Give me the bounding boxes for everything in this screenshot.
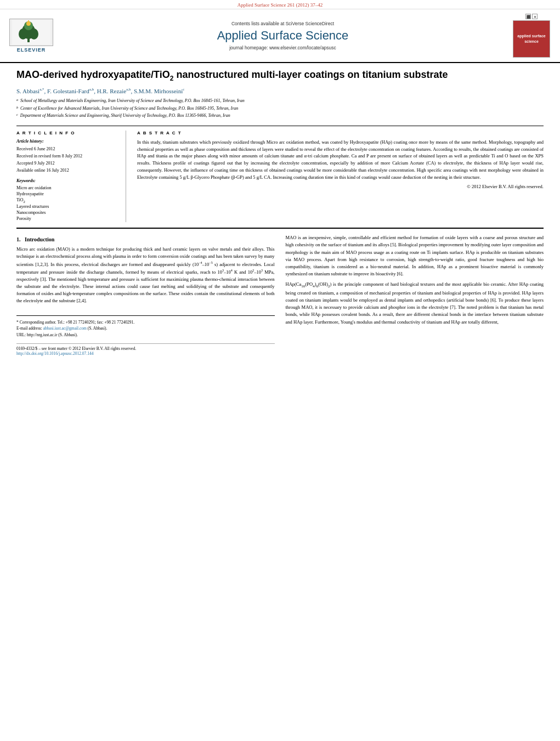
- divider-2: [16, 228, 544, 229]
- section-number: 1.: [16, 236, 21, 242]
- journal-ref-text: Applied Surface Science 261 (2012) 37–42: [237, 2, 323, 8]
- section-title-text: Introduction: [25, 236, 54, 242]
- affil-c-text: Department of Materials Science and Engi…: [20, 112, 230, 120]
- homepage-line: journal homepage: www.elsevier.com/locat…: [61, 45, 504, 50]
- keyword-2: Hydroxyapatite: [16, 191, 117, 196]
- issn-line: 0169-4332/$ – see front matter © 2012 El…: [16, 343, 275, 356]
- affiliations: a School of Metallurgy and Materials Eng…: [16, 98, 544, 120]
- journal-cover-logo: ⬛ ✕ applied surface science: [510, 14, 553, 58]
- journal-header: ELSEVIER Contents lists available at Sci…: [0, 9, 560, 63]
- history-label: Article history:: [16, 139, 117, 144]
- journal-cover-image: applied surface science: [513, 20, 550, 58]
- footnote-area: * Corresponding author. Tel.: +98 21 772…: [16, 315, 275, 338]
- authors-line: S. Abbasia,*, F. Golestani-Farda,b, H.R.…: [16, 87, 544, 94]
- affil-b-text: Center of Excellence for Advanced Materi…: [20, 105, 238, 113]
- contents-text: Contents lists available at SciVerse Sci…: [231, 21, 334, 26]
- corner-icon-1: ⬛: [525, 14, 531, 19]
- corner-icon-2: ✕: [532, 14, 538, 19]
- article-info-heading: A R T I C L E I N F O: [16, 131, 117, 135]
- affil-a-text: School of Metallurgy and Materials Engin…: [20, 98, 245, 105]
- keywords-label: Keywords:: [16, 178, 117, 183]
- svg-point-3: [19, 29, 27, 39]
- abstract-column: A B S T R A C T In this study, titanium …: [137, 131, 544, 222]
- intro-left-para-1: Micro arc oxidation (MAO) is a modern te…: [16, 246, 275, 304]
- intro-right-para-1: MAO is an inexpensive, simple, controlla…: [286, 234, 544, 278]
- cover-label-text: applied surface science: [515, 33, 548, 44]
- available-date: Available online 16 July 2012: [16, 167, 117, 173]
- divider-1: [16, 126, 544, 126]
- corresponding-author: * Corresponding author. Tel.: +98 21 772…: [16, 319, 275, 325]
- affiliation-c: c Department of Materials Science and En…: [16, 112, 544, 120]
- received-revised-date: Received in revised form 8 July 2012: [16, 153, 117, 159]
- intro-right-para-2: HAp(Ca10(PO4)6(OH)2) is the principle co…: [286, 281, 544, 326]
- contents-line: Contents lists available at SciVerse Sci…: [61, 21, 504, 26]
- issn-text: 0169-4332/$ – see front matter © 2012 El…: [16, 346, 275, 351]
- received-date: Received 6 June 2012: [16, 146, 117, 152]
- keyword-3: TiO2: [16, 197, 117, 203]
- journal-center: Contents lists available at SciVerse Sci…: [61, 21, 504, 50]
- svg-point-6: [26, 21, 31, 26]
- email-suffix: (S. Abbasi).: [88, 326, 108, 331]
- article-info-abstract-section: A R T I C L E I N F O Article history: R…: [16, 131, 544, 222]
- svg-point-4: [30, 29, 38, 39]
- email-label: E-mail address:: [16, 326, 42, 331]
- email-line: E-mail address: abbasi.iust.ac@gmail.com…: [16, 325, 275, 331]
- journal-reference-bar: Applied Surface Science 261 (2012) 37–42: [0, 0, 560, 9]
- keyword-5: Nanocomposites: [16, 210, 117, 215]
- abstract-heading: A B S T R A C T: [137, 131, 544, 135]
- elsevier-logo-image: [9, 19, 53, 46]
- affiliation-a: a School of Metallurgy and Materials Eng…: [16, 98, 544, 105]
- keyword-1: Micro arc oxidation: [16, 185, 117, 190]
- copyright-line: © 2012 Elsevier B.V. All rights reserved…: [137, 184, 544, 189]
- homepage-text: journal homepage: www.elsevier.com/locat…: [229, 45, 336, 50]
- affiliation-b: b Center of Excellence for Advanced Mate…: [16, 105, 544, 113]
- intro-section-title: 1. Introduction: [16, 236, 275, 242]
- email-address: abbasi.iust.ac@gmail.com: [43, 326, 87, 331]
- main-content: MAO-derived hydroxyapatite/TiO2 nanostru…: [0, 63, 560, 367]
- body-right-column: MAO is an inexpensive, simple, controlla…: [286, 234, 544, 356]
- body-left-column: 1. Introduction Micro arc oxidation (MAO…: [16, 234, 275, 356]
- keyword-4: Layered structures: [16, 204, 117, 209]
- url-line: URL: http://nrg.iust.ac.ir (S. Abbasi).: [16, 332, 275, 338]
- elsevier-logo: ELSEVIER: [7, 19, 56, 53]
- doi-line: http://dx.doi.org/10.1016/j.apsusc.2012.…: [16, 351, 275, 356]
- accepted-date: Accepted 9 July 2012: [16, 160, 117, 166]
- article-title: MAO-derived hydroxyapatite/TiO2 nanostru…: [16, 69, 544, 83]
- corner-icons: ⬛ ✕: [525, 14, 538, 19]
- keyword-6: Porosity: [16, 216, 117, 221]
- body-two-col: 1. Introduction Micro arc oxidation (MAO…: [16, 234, 544, 356]
- journal-title: Applied Surface Science: [61, 29, 504, 43]
- elsevier-text-label: ELSEVIER: [17, 47, 46, 53]
- article-info-column: A R T I C L E I N F O Article history: R…: [16, 131, 126, 222]
- abstract-text: In this study, titanium substrates which…: [137, 139, 544, 181]
